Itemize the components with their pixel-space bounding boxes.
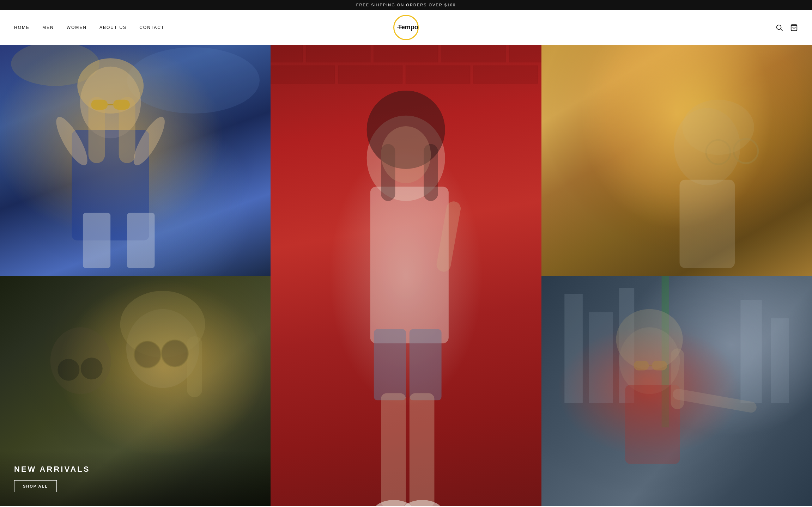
hero-grid: NEW ARRIVALS SHOP ALL [0,45,812,506]
nav-contact[interactable]: CONTACT [139,25,164,30]
photo-woman-fair [0,45,271,276]
cart-icon [790,24,798,31]
svg-rect-10 [127,213,154,268]
svg-rect-71 [564,294,583,403]
new-arrivals-title: NEW ARRIVALS [14,465,256,474]
photo-5-overlay [541,276,812,506]
nav-about[interactable]: ABOUT US [99,25,127,30]
site-logo[interactable]: — Tempo [393,15,419,40]
svg-rect-81 [634,361,649,371]
svg-rect-14 [91,100,108,110]
new-arrivals-section: NEW ARRIVALS SHOP ALL [0,451,271,506]
nav-men[interactable]: MEN [42,25,54,30]
svg-rect-75 [771,318,789,403]
cart-button[interactable] [790,24,798,31]
promo-banner: FREE SHIPPING ON ORDERS OVER $100 [0,0,812,10]
shop-all-button[interactable]: SHOP ALL [14,480,57,492]
svg-point-60 [682,100,754,155]
nav-home[interactable]: HOME [14,25,30,30]
svg-line-1 [781,29,782,31]
svg-rect-15 [113,100,130,110]
svg-point-69 [162,340,188,367]
svg-point-5 [127,47,260,114]
svg-rect-74 [740,300,762,403]
svg-point-64 [81,358,103,379]
svg-rect-45 [381,393,406,506]
site-header: HOME MEN WOMEN ABOUT US CONTACT — Tempo [0,10,812,45]
photo-1-person [0,45,271,276]
hero-image-4: NEW ARRIVALS SHOP ALL [0,276,271,506]
promo-text: FREE SHIPPING ON ORDERS OVER $100 [356,3,456,7]
svg-rect-72 [589,312,613,403]
search-icon [775,24,783,31]
svg-rect-67 [187,336,202,397]
hero-image-1 [0,45,271,276]
svg-point-68 [134,341,161,368]
logo-dash: — [397,24,404,31]
svg-point-48 [402,500,442,506]
hero-image-5 [541,276,812,506]
svg-rect-44 [410,329,442,400]
hero-image-2 [271,45,541,506]
main-nav: HOME MEN WOMEN ABOUT US CONTACT [14,25,164,30]
photo-3-overlay [541,45,812,276]
nav-women[interactable]: WOMEN [67,25,87,30]
svg-rect-43 [374,329,406,400]
svg-rect-82 [652,361,667,371]
svg-point-52 [381,126,431,183]
photo-2-person [271,45,541,506]
svg-rect-57 [679,180,735,268]
svg-point-62 [50,327,111,394]
photo-woman-brick [271,45,541,506]
photo-man-sunset [541,45,812,276]
hero-image-3 [541,45,812,276]
svg-point-63 [57,359,79,381]
svg-point-0 [777,25,781,29]
search-button[interactable] [775,24,783,31]
photo-woman-urban [541,276,812,506]
svg-rect-46 [410,393,435,506]
svg-rect-9 [83,213,110,268]
header-actions [775,24,798,31]
logo-circle: — Tempo [393,15,419,40]
